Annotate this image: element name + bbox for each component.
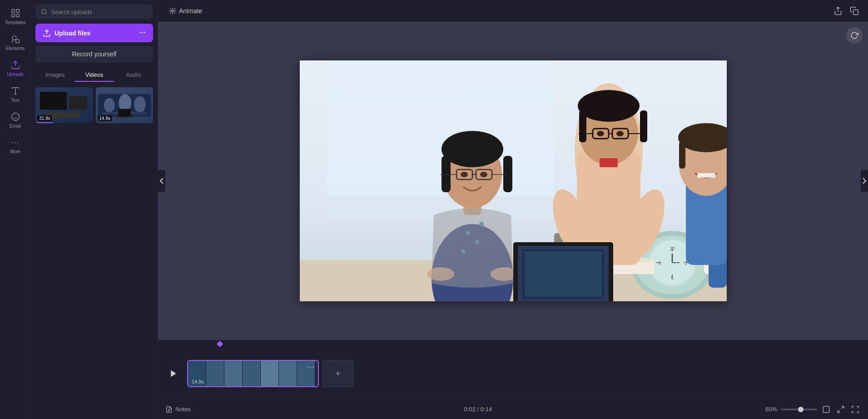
- video-thumbnail-2[interactable]: 14.9s: [96, 87, 154, 123]
- sidebar-item-emoji[interactable]: Emoji: [0, 107, 30, 133]
- notes-button[interactable]: Notes: [165, 406, 191, 413]
- svg-point-26: [172, 10, 174, 12]
- add-slide-button[interactable]: +: [322, 360, 353, 387]
- animate-label: Animate: [179, 7, 202, 15]
- svg-marker-100: [171, 370, 176, 377]
- fullscreen-icon: [851, 405, 859, 414]
- collapse-right-button[interactable]: [861, 170, 868, 192]
- svg-point-84: [616, 131, 624, 136]
- scrubber-marker: [219, 340, 220, 348]
- uploads-panel: Upload files ··· Record yourself Images …: [31, 0, 158, 419]
- sidebar-item-templates-label: Templates: [5, 20, 26, 25]
- sidebar-item-elements[interactable]: Elements: [0, 30, 30, 55]
- svg-rect-5: [15, 40, 19, 43]
- timeline-content: ⋯ 14.9s +: [158, 348, 868, 399]
- svg-line-105: [838, 410, 840, 412]
- notes-icon: [165, 406, 173, 413]
- play-button[interactable]: [165, 365, 182, 382]
- tab-images[interactable]: Images: [35, 69, 74, 82]
- chevron-left-icon: [160, 178, 164, 184]
- fit-icon: [837, 405, 845, 414]
- refresh-icon: [850, 31, 858, 40]
- svg-point-20: [104, 98, 114, 113]
- animate-button[interactable]: Animate: [165, 5, 206, 16]
- share-button[interactable]: [832, 5, 844, 17]
- top-bar-right: [832, 5, 861, 17]
- add-slide-icon: +: [335, 368, 341, 379]
- svg-rect-15: [40, 92, 67, 110]
- frame-6: [279, 361, 297, 386]
- timeline-scrubber[interactable]: [158, 340, 868, 348]
- svg-rect-0: [11, 10, 14, 12]
- svg-rect-103: [823, 406, 829, 413]
- frame-5: [261, 361, 279, 386]
- tab-audio[interactable]: Audio: [114, 69, 153, 82]
- top-bar: Animate: [158, 0, 868, 22]
- timeline-clip-main[interactable]: ⋯ 14.9s: [187, 360, 319, 387]
- svg-point-22: [134, 96, 146, 113]
- top-bar-left: Animate: [165, 5, 826, 16]
- svg-point-4: [12, 36, 16, 40]
- sidebar-item-more-label: More: [10, 149, 20, 154]
- svg-rect-25: [115, 116, 134, 117]
- canvas-viewport: 12 3 6 9: [158, 22, 868, 340]
- video-duration-2: 14.9s: [98, 115, 112, 121]
- svg-point-67: [480, 172, 487, 177]
- expand-button[interactable]: [821, 404, 832, 415]
- media-tabs: Images Videos Audio: [35, 69, 153, 82]
- sidebar-item-text[interactable]: Text: [0, 81, 30, 107]
- clip-more-button[interactable]: ⋯: [307, 363, 314, 371]
- svg-point-66: [461, 172, 468, 177]
- text-icon: [10, 86, 20, 96]
- zoom-slider[interactable]: [781, 409, 817, 410]
- svg-rect-31: [327, 60, 554, 197]
- svg-rect-77: [640, 110, 647, 142]
- canvas-frame: 12 3 6 9: [300, 60, 727, 301]
- svg-rect-60: [503, 156, 512, 192]
- svg-rect-16: [69, 96, 87, 110]
- frame-4: [243, 361, 261, 386]
- collapse-left-button[interactable]: [158, 170, 165, 192]
- search-bar[interactable]: [35, 5, 153, 19]
- chevron-right-icon: [863, 178, 866, 184]
- clone-button[interactable]: [848, 5, 861, 17]
- sidebar-item-templates[interactable]: Templates: [0, 4, 30, 30]
- office-photo-svg: 12 3 6 9: [300, 60, 727, 301]
- svg-rect-24: [118, 109, 131, 117]
- upload-files-label: Upload files: [55, 30, 90, 37]
- frame-3: [224, 361, 243, 386]
- main-area: Animate: [158, 0, 868, 419]
- sidebar-item-uploads[interactable]: Uploads: [0, 55, 30, 81]
- search-input[interactable]: [51, 9, 148, 15]
- svg-point-58: [441, 131, 503, 167]
- emoji-icon: [10, 112, 20, 122]
- video-thumbnail-1[interactable]: 31.9s: [35, 87, 93, 123]
- time-display: 0:02 / 0:14: [464, 406, 492, 413]
- share-icon: [833, 6, 843, 15]
- sidebar-item-emoji-label: Emoji: [10, 124, 21, 129]
- sidebar-item-text-label: Text: [11, 98, 19, 103]
- refresh-button[interactable]: [846, 27, 863, 44]
- notes-label: Notes: [175, 406, 191, 413]
- upload-files-button[interactable]: Upload files ···: [35, 24, 153, 42]
- grid-icon: [10, 8, 20, 18]
- video-progress-bar-1: [35, 122, 53, 123]
- record-yourself-button[interactable]: Record yourself: [35, 46, 153, 62]
- upload-more-dots[interactable]: ···: [139, 28, 146, 38]
- svg-point-83: [597, 131, 604, 136]
- upload-arrow-icon: [43, 29, 51, 37]
- fullscreen-button[interactable]: [850, 404, 861, 415]
- tab-videos[interactable]: Videos: [74, 69, 114, 82]
- search-icon: [41, 8, 47, 15]
- svg-rect-3: [16, 14, 19, 17]
- icon-sidebar: Templates Elements Uploads Text: [0, 0, 31, 419]
- svg-rect-59: [441, 156, 451, 192]
- svg-rect-94: [697, 173, 715, 178]
- sidebar-item-more[interactable]: ··· More: [0, 133, 30, 159]
- fit-button[interactable]: [835, 404, 846, 415]
- svg-text:12: 12: [670, 246, 675, 251]
- dots-icon: ···: [11, 138, 19, 147]
- svg-rect-99: [525, 251, 602, 297]
- svg-rect-2: [11, 14, 14, 17]
- svg-point-9: [11, 113, 19, 121]
